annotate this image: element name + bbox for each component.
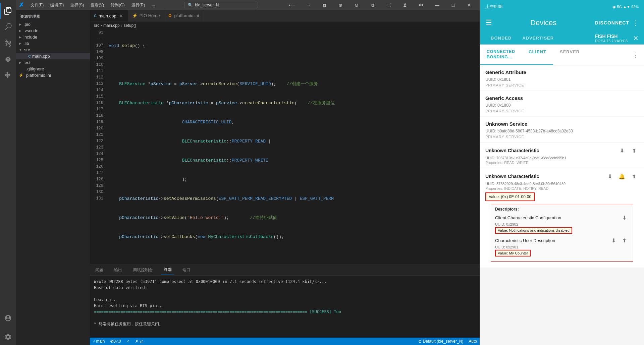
sidebar-item-platformio[interactable]: ⚡ platformio.ini: [16, 72, 90, 78]
status-check[interactable]: ✓: [126, 339, 130, 344]
char-1-download-icon[interactable]: ⬇: [617, 146, 627, 155]
sidebar-label-maincpp: main.cpp: [32, 54, 50, 59]
menu-edit[interactable]: 编辑(E): [48, 2, 66, 9]
minimize-button[interactable]: ⟵: [284, 0, 300, 10]
code-line-109: CHARACTERISTIC_UUID,: [106, 119, 480, 125]
layout-button[interactable]: ▦: [317, 0, 332, 10]
terminal-content[interactable]: Wrote 992288 bytes (539714 compressed) a…: [90, 276, 480, 338]
ble-desc-2-value: Value: My Counter: [495, 250, 531, 256]
menu-file[interactable]: 文件(F): [28, 2, 46, 9]
terminal-line-1: Wrote 992288 bytes (539714 compressed) a…: [94, 279, 476, 285]
status-git[interactable]: ⑂ main: [93, 339, 105, 344]
menu-run[interactable]: 运行(R): [129, 2, 148, 9]
service-uuid-generic-attr: UUID: 0x1801: [480, 76, 644, 82]
menu-goto[interactable]: 转到(G): [108, 2, 127, 9]
sidebar-item-include[interactable]: ▶ include: [16, 34, 90, 40]
ble-services-list[interactable]: Generic Attribute UUID: 0x1801 PRIMARY S…: [480, 65, 644, 345]
code-line-blank1: [106, 62, 480, 68]
extensions-icon[interactable]: [0, 67, 16, 83]
desc-2-up-icon[interactable]: ⬆: [620, 236, 629, 245]
fullscreen-button[interactable]: ⛶: [381, 0, 396, 10]
sidebar-item-gitignore[interactable]: .gitignore: [16, 66, 90, 72]
sidebar-item-src[interactable]: ▼ src: [16, 47, 90, 53]
status-auto[interactable]: Auto: [469, 339, 477, 344]
arrow-icon: ▼: [19, 48, 22, 52]
panel-tab-problems[interactable]: 问题: [93, 265, 106, 275]
platformio-icon: ⚡: [19, 73, 23, 77]
tab-label-ini: platformio.ini: [174, 13, 199, 18]
editor-wrapper: C main.cpp ✕ ⚡ PIO Home ⚙ platformio.ini…: [90, 10, 480, 345]
arrow-icon: ▶: [19, 35, 21, 39]
code-content[interactable]: void setup() { BLEService *pService = pS…: [106, 29, 480, 264]
window-restore[interactable]: □: [445, 0, 461, 10]
menu-more[interactable]: ...: [149, 2, 158, 9]
tab-maincpp[interactable]: C main.cpp ✕: [90, 10, 128, 21]
tab-platformio-ini[interactable]: ⚙ platformio.ini: [164, 10, 203, 21]
status-errors[interactable]: ⊗0△0: [110, 339, 121, 344]
menu-select[interactable]: 选择(S): [68, 2, 87, 9]
ble-toolbar: ☰ Devices DISCONNECT ⋮: [480, 13, 644, 32]
ble-disconnect-button[interactable]: DISCONNECT: [595, 20, 629, 25]
char-2-notify-icon[interactable]: 🔔: [617, 172, 627, 181]
sidebar-item-pio[interactable]: ▶ .pio: [16, 21, 90, 27]
ble-device-close[interactable]: ✕: [633, 34, 639, 42]
terminal-line-2: Hash of data verified.: [94, 285, 476, 291]
ble-tab-client[interactable]: CLIENT: [522, 45, 553, 65]
ble-tab-connected[interactable]: CONNECTEDBONDING...: [480, 45, 522, 65]
settings-icon[interactable]: [0, 329, 16, 345]
more-button[interactable]: •••: [413, 0, 429, 10]
panel-tab-debug[interactable]: 调试控制台: [130, 265, 156, 275]
tab-piohome[interactable]: ⚡ PIO Home: [128, 10, 164, 21]
terminal-line-5: Hard resetting via RTS pin...: [94, 303, 476, 309]
tab-close-maincpp[interactable]: ✕: [118, 13, 124, 18]
char-2-download-icon[interactable]: ⬇: [605, 172, 614, 181]
source-control-icon[interactable]: [0, 35, 16, 51]
status-arrows[interactable]: ✗ ⇄: [135, 339, 143, 344]
back-button[interactable]: →: [301, 0, 316, 10]
arrow-icon: ▶: [19, 22, 21, 26]
explorer-icon[interactable]: [0, 3, 16, 19]
zoom-in-button[interactable]: ⊕: [333, 0, 348, 10]
char-2-upload-icon[interactable]: ⬆: [629, 172, 639, 181]
pio-tab-icon: ⚡: [132, 13, 138, 18]
zoom-out-button[interactable]: ⊖: [349, 0, 364, 10]
vscode-main: ✗ 文件(F) 编辑(E) 选择(S) 查看(V) 转到(G) 运行(R) ..…: [16, 0, 480, 345]
panel-tab-terminal[interactable]: 终端: [161, 265, 174, 275]
service-name-unknown: Unknown Service: [480, 117, 644, 128]
ble-device-details: FISH FISH DC:54:75:73:AD:C6: [595, 34, 628, 43]
window-controls: ⟵ → ▦ ⊕ ⊖ ⧉ ⛶ ⊻ ••• — □ ✕: [284, 0, 477, 10]
panel-tab-output[interactable]: 输出: [111, 265, 125, 275]
ble-tab-advertiser[interactable]: ADVERTISER: [517, 32, 559, 44]
ble-more-icon[interactable]: ⋮: [632, 19, 639, 27]
ble-status-bar: 上午9:35 ◉ 5G ▲▼ 92%: [480, 0, 644, 13]
split-button[interactable]: ⧉: [365, 0, 380, 10]
ble-desc-item-1: Client Characteristic Configuration ⬇ UU…: [495, 213, 629, 234]
status-platform[interactable]: ⊙ Default (ble_server_N): [418, 339, 463, 344]
account-icon[interactable]: [0, 310, 16, 326]
sidebar-label: .gitignore: [26, 66, 44, 71]
menu-view[interactable]: 查看(V): [88, 2, 107, 9]
ble-tab-bonded[interactable]: BONDED: [485, 32, 517, 44]
ble-device-info: FISH FISH DC:54:75:73:AD:C6 ✕: [595, 34, 639, 43]
ble-char-2-header: Unknown Characteristic ⬇ 🔔 ⬆: [485, 172, 639, 181]
sidebar-item-vscode[interactable]: ▶ .vscode: [16, 27, 90, 34]
sidebar-item-lib[interactable]: ▶ .lib: [16, 40, 90, 47]
sidebar-item-maincpp[interactable]: C main.cpp: [16, 53, 90, 59]
download-button[interactable]: ⊻: [397, 0, 413, 10]
ble-conn-more-icon[interactable]: ⋮: [627, 45, 644, 65]
ble-tab-server[interactable]: SERVER: [553, 45, 586, 65]
window-close[interactable]: ✕: [462, 0, 477, 10]
sidebar-item-test[interactable]: ▶ test: [16, 59, 90, 66]
terminal-line-3: [94, 291, 476, 297]
char-1-upload-icon[interactable]: ⬆: [629, 146, 639, 155]
ble-service-generic-attr: Generic Attribute UUID: 0x1801 PRIMARY S…: [480, 65, 644, 91]
ble-char-1-props: Properties: READ, WRITE: [485, 161, 639, 165]
ble-menu-icon[interactable]: ☰: [485, 18, 492, 27]
code-area[interactable]: 91 ··· 107 108 109 110 111 112 113 114 1…: [90, 29, 480, 264]
desc-1-download-icon[interactable]: ⬇: [620, 213, 629, 222]
search-icon[interactable]: [0, 19, 16, 35]
window-minimize[interactable]: —: [429, 0, 445, 10]
debug-icon[interactable]: [0, 51, 16, 67]
panel-tab-port[interactable]: 端口: [180, 265, 193, 275]
desc-2-down-icon[interactable]: ⬇: [609, 236, 618, 245]
